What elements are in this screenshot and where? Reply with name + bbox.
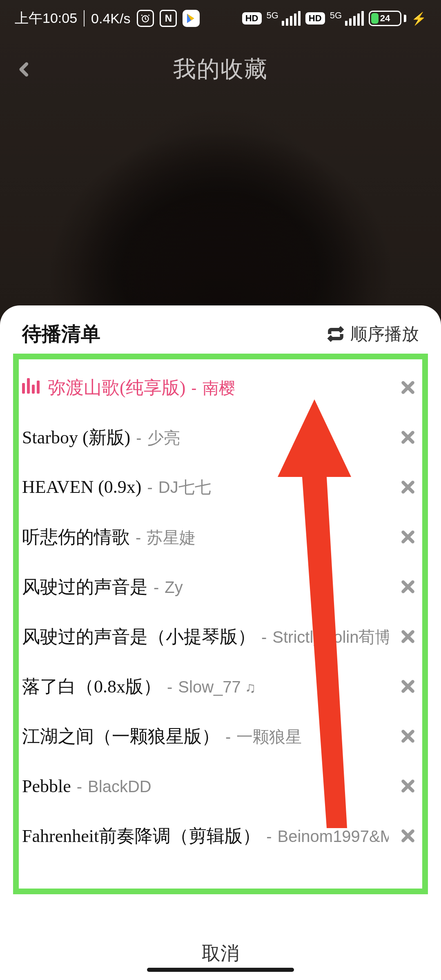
title-artist-separator: -	[77, 777, 82, 796]
remove-button[interactable]	[397, 775, 419, 797]
song-title: 落了白（0.8x版）	[22, 675, 161, 699]
title-bar: 我的收藏	[0, 45, 441, 94]
playlist-row-main[interactable]: Pebble - BlackDD	[22, 776, 389, 797]
sheet-title: 待播清单	[22, 321, 100, 347]
playlist-row[interactable]: 落了白（0.8x版） - Slow_77♫	[22, 662, 419, 711]
title-artist-separator: -	[154, 578, 159, 597]
playlist-row[interactable]: Fahrenheit前奏降调（剪辑版） - Beinom1997&Mu·	[22, 811, 419, 861]
remove-button[interactable]	[397, 526, 419, 548]
remove-button[interactable]	[397, 675, 419, 697]
play-store-icon	[183, 10, 200, 27]
song-title: Fahrenheit前奏降调（剪辑版）	[22, 824, 261, 848]
playlist-row[interactable]: 风驶过的声音是（小提琴版） - Strictlyviolin荀博	[22, 612, 419, 662]
playlist-list[interactable]: 弥渡山歌(纯享版) - 南樱Starboy (新版) - 少亮HEAVEN (0…	[0, 363, 441, 927]
remove-button[interactable]	[397, 576, 419, 598]
hd-badge-1: HD	[242, 12, 262, 24]
playlist-row-main[interactable]: Fahrenheit前奏降调（剪辑版） - Beinom1997&Mu·	[22, 824, 389, 848]
song-artist: Strictlyviolin荀博	[272, 626, 389, 648]
playlist-row-main[interactable]: 风驶过的声音是 - Zy	[22, 575, 389, 599]
repeat-icon	[327, 325, 345, 343]
close-icon	[400, 379, 416, 396]
signal-2: 5G	[330, 11, 364, 26]
close-icon	[400, 529, 416, 545]
song-title: 风驶过的声音是（小提琴版）	[22, 625, 256, 649]
song-title: HEAVEN (0.9x)	[22, 477, 142, 497]
title-artist-separator: -	[225, 728, 231, 746]
song-artist: 一颗狼星	[236, 726, 302, 748]
remove-button[interactable]	[397, 825, 419, 847]
song-artist: Zy	[165, 578, 183, 597]
status-separator	[84, 10, 85, 27]
remove-button[interactable]	[397, 626, 419, 648]
home-indicator[interactable]	[147, 968, 294, 972]
status-time: 上午10:05	[15, 9, 77, 28]
title-artist-separator: -	[191, 379, 196, 397]
title-artist-separator: -	[147, 478, 153, 497]
status-net-speed: 0.4K/s	[91, 11, 130, 27]
song-artist: 少亮	[147, 427, 180, 449]
title-artist-separator: -	[136, 429, 141, 447]
playlist-row[interactable]: HEAVEN (0.9x) - DJ七七	[22, 462, 419, 512]
remove-button[interactable]	[397, 476, 419, 498]
playlist-row[interactable]: Starboy (新版) - 少亮	[22, 412, 419, 462]
song-title: 听悲伤的情歌	[22, 525, 130, 549]
song-title: 江湖之间（一颗狼星版）	[22, 724, 220, 748]
song-artist: BlackDD	[88, 777, 151, 796]
now-playing-icon	[22, 378, 40, 394]
playlist-sheet: 待播清单 顺序播放 弥渡山歌(纯享版) - 南樱Starboy (新版) - 少…	[0, 305, 441, 980]
charging-icon: ⚡	[411, 11, 426, 26]
playlist-row-main[interactable]: 听悲伤的情歌 - 苏星婕	[22, 525, 389, 549]
remove-button[interactable]	[397, 725, 419, 747]
song-artist: DJ七七	[158, 476, 211, 499]
page-title: 我的收藏	[173, 54, 268, 85]
close-icon	[400, 778, 416, 794]
title-artist-separator: -	[261, 628, 267, 646]
playlist-row-main[interactable]: Starboy (新版) - 少亮	[22, 425, 389, 450]
playlist-row-main[interactable]: 落了白（0.8x版） - Slow_77♫	[22, 675, 389, 699]
playlist-row-main[interactable]: 风驶过的声音是（小提琴版） - Strictlyviolin荀博	[22, 625, 389, 649]
nfc-icon: N	[160, 10, 177, 27]
title-artist-separator: -	[136, 528, 141, 547]
song-artist: Slow_77	[178, 678, 241, 696]
hd-badge-2: HD	[305, 12, 325, 24]
music-note-icon: ♫	[245, 679, 256, 696]
play-mode-button[interactable]: 顺序播放	[327, 323, 419, 345]
close-icon	[400, 429, 416, 445]
song-title: Pebble	[22, 776, 71, 797]
status-bar: 上午10:05 0.4K/s N HD 5G HD 5G 24 ⚡	[0, 0, 441, 37]
close-icon	[400, 828, 416, 844]
song-artist: 南樱	[203, 377, 235, 399]
title-artist-separator: -	[167, 678, 172, 696]
song-title: Starboy (新版)	[22, 425, 130, 450]
play-mode-label: 顺序播放	[350, 323, 419, 345]
song-title: 风驶过的声音是	[22, 575, 148, 599]
close-icon	[400, 479, 416, 495]
close-icon	[400, 728, 416, 744]
playlist-row[interactable]: 江湖之间（一颗狼星版） - 一颗狼星	[22, 711, 419, 761]
playlist-row[interactable]: 弥渡山歌(纯享版) - 南樱	[22, 363, 419, 412]
playlist-row-main[interactable]: HEAVEN (0.9x) - DJ七七	[22, 476, 389, 499]
remove-button[interactable]	[397, 376, 419, 399]
playlist-row[interactable]: 风驶过的声音是 - Zy	[22, 562, 419, 612]
playlist-row-main[interactable]: 江湖之间（一颗狼星版） - 一颗狼星	[22, 724, 389, 748]
song-artist: 苏星婕	[147, 526, 196, 549]
title-artist-separator: -	[266, 827, 272, 846]
remove-button[interactable]	[397, 426, 419, 448]
playlist-row[interactable]: 听悲伤的情歌 - 苏星婕	[22, 512, 419, 562]
close-icon	[400, 628, 416, 645]
battery-indicator: 24	[369, 11, 406, 26]
alarm-icon	[137, 10, 154, 27]
playlist-row-main[interactable]: 弥渡山歌(纯享版) - 南樱	[22, 376, 389, 400]
back-button[interactable]	[12, 57, 37, 82]
close-icon	[400, 678, 416, 695]
close-icon	[400, 579, 416, 595]
cancel-button[interactable]: 取消	[0, 927, 441, 980]
song-artist: Beinom1997&Mu·	[278, 827, 389, 846]
playlist-row[interactable]: Pebble - BlackDD	[22, 761, 419, 811]
signal-1: 5G	[267, 11, 301, 26]
song-title: 弥渡山歌(纯享版)	[48, 376, 185, 400]
